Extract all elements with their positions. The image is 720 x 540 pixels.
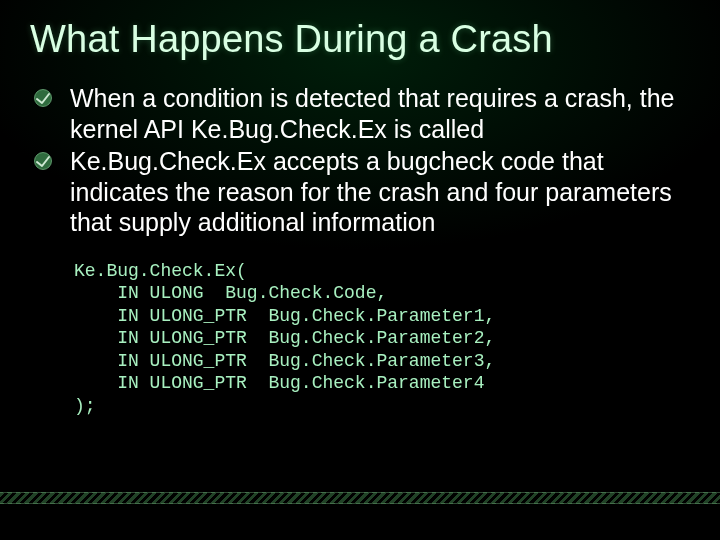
bullet-icon <box>34 89 52 107</box>
bullet-list: When a condition is detected that requir… <box>34 83 690 238</box>
svg-point-1 <box>35 153 52 170</box>
page-title: What Happens During a Crash <box>30 18 690 61</box>
bullet-text: Ke.Bug.Check.Ex accepts a bugcheck code … <box>70 147 672 236</box>
bullet-icon <box>34 152 52 170</box>
footer-divider <box>0 492 720 504</box>
code-block: Ke.Bug.Check.Ex( IN ULONG Bug.Check.Code… <box>74 260 690 418</box>
svg-point-0 <box>35 90 52 107</box>
list-item: Ke.Bug.Check.Ex accepts a bugcheck code … <box>60 146 682 238</box>
list-item: When a condition is detected that requir… <box>60 83 682 144</box>
slide: What Happens During a Crash When a condi… <box>0 0 720 540</box>
bullet-text: When a condition is detected that requir… <box>70 84 675 143</box>
